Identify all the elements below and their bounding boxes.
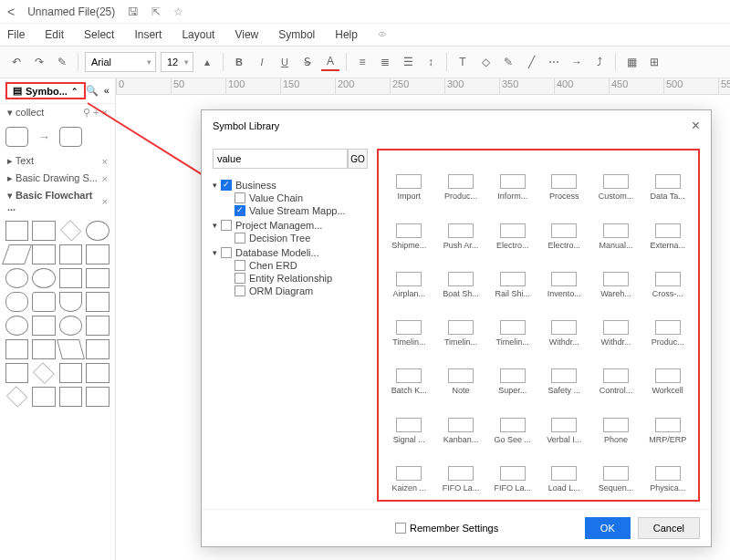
close-icon[interactable]: × xyxy=(102,196,108,207)
symbol-item[interactable]: Invento... xyxy=(539,254,589,300)
arrange-icon[interactable]: ▦ xyxy=(622,53,641,71)
tree-item[interactable]: Entity Relationship xyxy=(235,273,368,284)
flowchart-shape[interactable] xyxy=(5,221,28,241)
tree-category[interactable]: ▾Project Managem... xyxy=(213,220,368,231)
symbol-library-button[interactable]: ▤ Symbo... ⌃ xyxy=(5,82,86,99)
fontsize-up-icon[interactable]: ▴ xyxy=(198,53,216,71)
redo-icon[interactable]: ↷ xyxy=(30,53,48,71)
symbol-item[interactable]: Withdr... xyxy=(591,302,641,348)
flowchart-shape[interactable] xyxy=(57,339,85,359)
bold-icon[interactable]: B xyxy=(230,53,248,71)
flowchart-shape[interactable] xyxy=(86,339,110,359)
symbol-item[interactable]: Rail Shi... xyxy=(487,254,537,300)
sidebar-group-text[interactable]: ▸ Text × xyxy=(0,152,115,170)
connector-icon[interactable]: ⤴ xyxy=(590,53,609,71)
symbol-item[interactable]: Kanban... xyxy=(436,399,486,445)
symbol-item[interactable]: Phone xyxy=(591,399,641,445)
remember-settings-checkbox[interactable]: Remember Settings xyxy=(395,523,498,534)
glasses-icon[interactable]: ᯣ xyxy=(378,28,389,41)
symbol-item[interactable]: Physica... xyxy=(642,448,693,494)
symbol-item[interactable]: Wareh... xyxy=(591,254,641,300)
symbol-item[interactable]: FIFO La... xyxy=(487,448,537,494)
sidebar-group-collect[interactable]: ▾ collect ⚲ + × xyxy=(0,104,115,121)
tree-item[interactable]: Value Chain xyxy=(235,192,368,203)
flowchart-shape[interactable] xyxy=(60,220,82,242)
flowchart-shape[interactable] xyxy=(86,221,110,241)
symbol-item[interactable]: Sequen... xyxy=(591,448,641,494)
flowchart-shape[interactable] xyxy=(86,387,110,407)
menu-layout[interactable]: Layout xyxy=(182,28,214,41)
tree-item[interactable]: Decision Tree xyxy=(235,233,368,244)
flowchart-shape[interactable] xyxy=(6,386,28,408)
close-icon[interactable]: × xyxy=(102,173,108,184)
font-color-icon[interactable]: A xyxy=(321,53,339,71)
flowchart-shape[interactable] xyxy=(33,362,55,384)
flowchart-shape[interactable] xyxy=(59,292,82,312)
flowchart-shape[interactable] xyxy=(32,244,56,264)
flowchart-shape[interactable] xyxy=(32,387,56,407)
symbol-item[interactable]: Externa... xyxy=(642,204,693,251)
list-icon[interactable]: ☰ xyxy=(399,53,417,71)
format-painter-icon[interactable]: ✎ xyxy=(53,53,71,71)
flowchart-shape[interactable] xyxy=(32,268,56,288)
close-icon[interactable]: × xyxy=(102,156,108,167)
symbol-item[interactable]: Signal ... xyxy=(384,399,434,445)
flowchart-shape[interactable] xyxy=(2,244,32,264)
flowchart-shape[interactable] xyxy=(86,316,110,336)
line-spacing-icon[interactable]: ↕ xyxy=(422,53,440,71)
text-box-icon[interactable]: T xyxy=(454,53,472,71)
symbol-item[interactable]: Kaizen ... xyxy=(384,448,434,494)
flowchart-shape[interactable] xyxy=(5,268,28,288)
flowchart-shape[interactable] xyxy=(5,339,28,359)
symbol-item[interactable]: Produc... xyxy=(436,156,486,202)
line-end-icon[interactable]: → xyxy=(568,53,586,71)
menu-edit[interactable]: Edit xyxy=(45,28,64,41)
symbol-item[interactable]: Data Ta... xyxy=(642,156,693,202)
flowchart-shape[interactable] xyxy=(5,363,28,383)
symbol-item[interactable]: Super... xyxy=(487,350,537,397)
symbol-item[interactable]: Safety ... xyxy=(539,350,589,397)
menu-file[interactable]: File xyxy=(7,28,25,41)
fill-icon[interactable]: ◇ xyxy=(476,53,495,71)
flowchart-shape[interactable] xyxy=(59,244,82,264)
tree-item[interactable]: Value Stream Mapp... xyxy=(235,205,368,216)
symbol-item[interactable]: MRP/ERP xyxy=(642,399,693,445)
collapse-icon[interactable]: « xyxy=(104,85,110,97)
symbol-item[interactable]: Batch K... xyxy=(384,350,434,397)
menu-insert[interactable]: Insert xyxy=(134,28,162,41)
menu-help[interactable]: Help xyxy=(335,28,358,41)
fontsize-select[interactable]: 12 xyxy=(161,52,193,72)
font-select[interactable]: Arial xyxy=(85,52,156,72)
shape-arrow[interactable] xyxy=(32,127,56,147)
menu-select[interactable]: Select xyxy=(84,28,114,41)
symbol-item[interactable]: Import xyxy=(384,156,434,202)
save-icon[interactable]: 🖫 xyxy=(128,5,139,18)
flowchart-shape[interactable] xyxy=(59,363,82,383)
sidebar-group-basic-drawing[interactable]: ▸ Basic Drawing S... × xyxy=(0,170,115,187)
star-icon[interactable]: ☆ xyxy=(173,5,183,18)
export-icon[interactable]: ⇱ xyxy=(151,5,161,18)
pen-icon[interactable]: ✎ xyxy=(499,53,517,71)
symbol-item[interactable]: Timelin... xyxy=(384,302,434,348)
underline-icon[interactable]: U xyxy=(276,53,294,71)
tree-item[interactable]: Chen ERD xyxy=(235,260,368,271)
flowchart-shape[interactable] xyxy=(86,244,110,264)
flowchart-shape[interactable] xyxy=(59,387,82,407)
align-v-icon[interactable]: ≣ xyxy=(376,53,394,71)
italic-icon[interactable]: I xyxy=(253,53,271,71)
flowchart-shape[interactable] xyxy=(86,268,110,288)
line-style-icon[interactable]: ⋯ xyxy=(545,53,563,71)
symbol-item[interactable]: Verbal I... xyxy=(539,399,589,445)
menu-symbol[interactable]: Symbol xyxy=(278,28,315,41)
search-input[interactable] xyxy=(213,149,348,169)
symbol-item[interactable]: Timelin... xyxy=(436,302,486,348)
symbol-item[interactable]: Electro... xyxy=(487,204,537,251)
flowchart-shape[interactable] xyxy=(5,316,28,336)
symbol-item[interactable]: Electro... xyxy=(539,204,589,251)
group-icon[interactable]: ⊞ xyxy=(645,53,663,71)
go-button[interactable]: GO xyxy=(348,149,368,169)
strike-icon[interactable]: S̶ xyxy=(298,53,317,71)
align-h-icon[interactable]: ≡ xyxy=(353,53,371,71)
flowchart-shape[interactable] xyxy=(5,292,28,312)
flowchart-shape[interactable] xyxy=(59,268,82,288)
